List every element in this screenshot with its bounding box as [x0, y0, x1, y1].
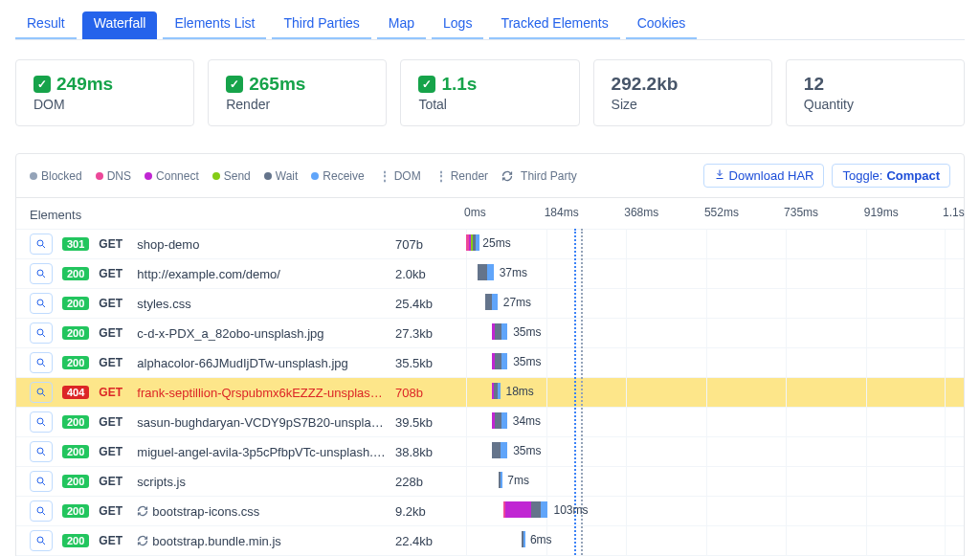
duration-label: 18ms: [501, 383, 533, 399]
tab-elements-list[interactable]: Elements List: [163, 11, 266, 39]
seg-receive: [501, 412, 507, 429]
card-label: Size: [612, 97, 754, 112]
legend-label: DOM: [394, 169, 421, 183]
zoom-button[interactable]: [30, 530, 53, 551]
seg-wait: [492, 442, 501, 458]
check-icon: ✓: [33, 76, 51, 93]
timeline-cell: 7ms: [457, 467, 964, 493]
tab-result[interactable]: Result: [15, 11, 77, 39]
timeline-cell: 25ms: [457, 230, 964, 256]
table-row[interactable]: 200GETbootstrap-icons.css9.2kb103ms: [16, 496, 964, 525]
time-tick: 1.1s: [943, 206, 965, 219]
waterfall-body: Elements 0ms184ms368ms552ms735ms919ms1.1…: [16, 198, 964, 229]
tab-logs[interactable]: Logs: [432, 11, 483, 39]
refresh-icon: [501, 170, 513, 182]
table-row[interactable]: 200GETmiguel-angel-avila-3p5cPfbpVTc-uns…: [16, 436, 964, 466]
svg-point-7: [37, 448, 43, 454]
tab-cookies[interactable]: Cookies: [626, 11, 698, 39]
table-row[interactable]: 200GETbootstrap.bundle.min.js22.4kb6ms: [16, 525, 964, 555]
toggle-compact-button[interactable]: Toggle: Compact: [832, 164, 950, 188]
http-method: GET: [99, 326, 127, 340]
seg-receive: [487, 264, 494, 280]
summary-card-render: ✓265msRender: [208, 59, 387, 126]
table-row[interactable]: 200GETstyles.css25.4kb27ms: [16, 288, 964, 318]
card-label: Render: [226, 97, 368, 112]
duration-label: 6ms: [526, 531, 552, 547]
legend-label: Third Party: [521, 169, 577, 183]
zoom-button[interactable]: [30, 441, 53, 462]
zoom-button[interactable]: [30, 500, 53, 522]
table-row[interactable]: 200GEThttp://example.com/demo/2.0kb37ms: [16, 258, 964, 288]
resource-size: 2.0kb: [395, 267, 443, 281]
timeline-cell: 35ms: [457, 319, 964, 345]
http-method: GET: [99, 445, 127, 458]
zoom-button[interactable]: [30, 411, 53, 433]
tab-waterfall[interactable]: Waterfall: [82, 11, 158, 39]
dot-icon: [264, 172, 272, 180]
duration-label: 34ms: [509, 412, 541, 429]
table-row[interactable]: 404GETfrank-septillion-Qrspubmx6kEZZZ-un…: [16, 377, 964, 407]
svg-point-3: [37, 329, 43, 335]
seg-connect: [505, 501, 531, 518]
resource-name: c-d-x-PDX_a_82obo-unsplash.jpg: [137, 326, 323, 341]
seg-wait: [478, 264, 487, 280]
svg-point-5: [37, 389, 43, 394]
resource-size: 27.3kb: [395, 326, 443, 341]
status-badge: 200: [62, 475, 89, 488]
resource-name: http://example.com/demo/: [137, 267, 280, 281]
timeline-cell: 35ms: [457, 437, 964, 463]
resource-name: shop-demo: [137, 237, 199, 252]
http-method: GET: [99, 386, 127, 399]
zoom-button[interactable]: [30, 293, 53, 314]
summary-card-size: 292.2kbSize: [593, 59, 772, 126]
timeline-cell: 35ms: [457, 348, 964, 374]
download-har-button[interactable]: Download HAR: [703, 164, 825, 188]
resource-size: 39.5kb: [395, 415, 443, 430]
resource-name: scripts.js: [137, 475, 186, 489]
svg-point-1: [37, 270, 43, 276]
zoom-button[interactable]: [30, 471, 53, 492]
vdots-icon: ⋮: [434, 168, 447, 184]
table-row[interactable]: 301GETshop-demo707b25ms: [16, 229, 964, 258]
status-badge: 200: [62, 356, 89, 369]
legend-render: ⋮Render: [434, 168, 488, 184]
tab-tracked-elements[interactable]: Tracked Elements: [489, 11, 619, 39]
waterfall-toolbar: Blocked DNS Connect Send Wait Receive ⋮D…: [16, 154, 964, 198]
status-badge: 200: [62, 267, 89, 280]
button-value: Compact: [886, 168, 940, 183]
legend-wait: Wait: [264, 169, 299, 183]
zoom-button[interactable]: [30, 263, 53, 284]
timing-bar: [485, 294, 497, 310]
seg-receive: [501, 472, 502, 488]
seg-receive: [492, 294, 498, 310]
resource-name: frank-septillion-Qrspubmx6kEZZZ-unsplash…: [137, 386, 386, 400]
duration-label: 103ms: [549, 501, 588, 518]
elements-header: Elements: [16, 198, 457, 228]
download-icon: [714, 168, 725, 183]
status-badge: 200: [62, 326, 89, 340]
timing-bar: [492, 353, 507, 369]
seg-receive: [501, 353, 507, 369]
duration-label: 7ms: [503, 472, 529, 488]
seg-receive: [501, 323, 507, 340]
waterfall-rows: 301GETshop-demo707b25ms200GEThttp://exam…: [16, 229, 964, 556]
summary-card-total: ✓1.1sTotal: [400, 59, 579, 126]
tab-third-parties[interactable]: Third Parties: [272, 11, 370, 39]
table-row[interactable]: 200GETc-d-x-PDX_a_82obo-unsplash.jpg27.3…: [16, 318, 964, 347]
zoom-button[interactable]: [30, 322, 53, 344]
timeline-column: 0ms184ms368ms552ms735ms919ms1.1s: [457, 198, 964, 229]
zoom-button[interactable]: [30, 352, 53, 373]
legend-label: Connect: [156, 169, 199, 183]
table-row[interactable]: 200GETscripts.js228b7ms: [16, 466, 964, 496]
column-title: Elements: [30, 208, 81, 222]
time-tick: 552ms: [704, 206, 739, 219]
timeline-cell: 37ms: [457, 259, 964, 285]
refresh-icon: [137, 535, 148, 546]
zoom-button[interactable]: [30, 382, 53, 403]
table-row[interactable]: 200GETalphacolor-66JMudIjDTw-unsplash.jp…: [16, 347, 964, 377]
table-row[interactable]: 200GETsasun-bughdaryan-VCDY9pS7B20-unspl…: [16, 407, 964, 436]
tab-map[interactable]: Map: [377, 11, 426, 39]
dot-icon: [30, 172, 37, 180]
zoom-button[interactable]: [30, 234, 53, 255]
timing-bar: [492, 412, 506, 429]
